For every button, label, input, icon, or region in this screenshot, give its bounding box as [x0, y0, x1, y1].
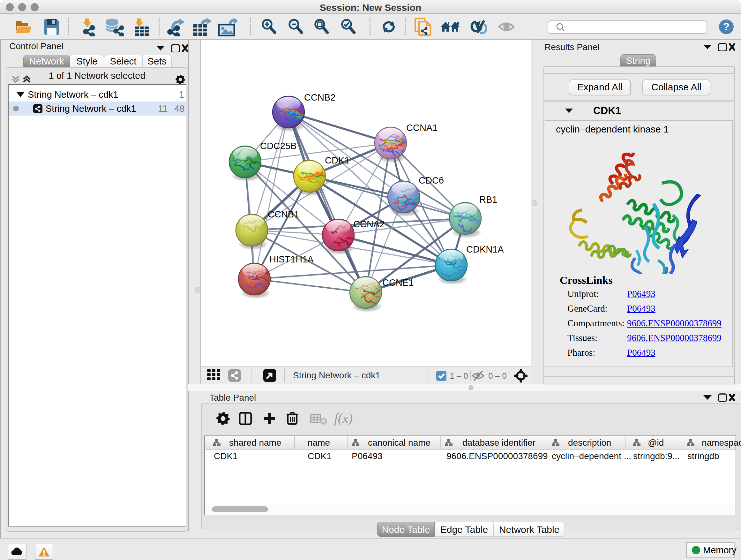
svg-text:?: ?: [723, 20, 730, 33]
svg-text:CDC25B: CDC25B: [260, 141, 296, 151]
svg-text:CCNB2: CCNB2: [304, 92, 335, 103]
svg-text:CCNA1: CCNA1: [406, 123, 437, 133]
svg-text:RB1: RB1: [479, 194, 497, 205]
svg-text:HIST1H1A: HIST1H1A: [269, 254, 314, 264]
svg-text:CCNA2: CCNA2: [353, 219, 385, 229]
svg-text:CDC6: CDC6: [419, 175, 444, 186]
svg-text:CDK1: CDK1: [325, 155, 349, 165]
svg-text:CCNE1: CCNE1: [382, 277, 414, 288]
svg-text:CDKN1A: CDKN1A: [466, 244, 504, 254]
svg-text:CCNB1: CCNB1: [268, 209, 299, 219]
